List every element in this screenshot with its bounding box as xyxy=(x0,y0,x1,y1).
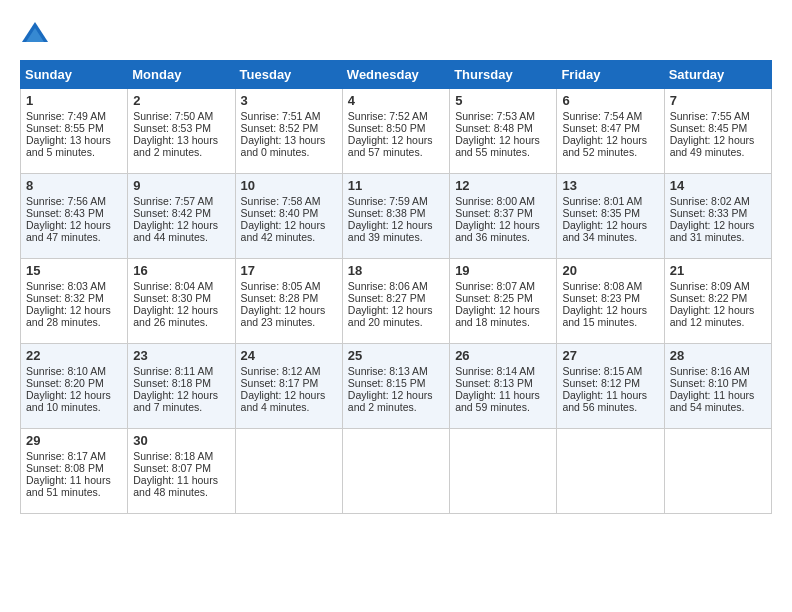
sunset-text: Sunset: 8:17 PM xyxy=(241,377,319,389)
day-number: 16 xyxy=(133,263,229,278)
sunrise-text: Sunrise: 7:56 AM xyxy=(26,195,106,207)
sunset-text: Sunset: 8:47 PM xyxy=(562,122,640,134)
daylight-text: Daylight: 12 hours and 49 minutes. xyxy=(670,134,755,158)
sunset-text: Sunset: 8:30 PM xyxy=(133,292,211,304)
day-number: 21 xyxy=(670,263,766,278)
daylight-text: Daylight: 12 hours and 39 minutes. xyxy=(348,219,433,243)
daylight-text: Daylight: 12 hours and 28 minutes. xyxy=(26,304,111,328)
daylight-text: Daylight: 12 hours and 31 minutes. xyxy=(670,219,755,243)
calendar-week-row: 22Sunrise: 8:10 AMSunset: 8:20 PMDayligh… xyxy=(21,344,772,429)
calendar-cell: 7Sunrise: 7:55 AMSunset: 8:45 PMDaylight… xyxy=(664,89,771,174)
calendar-cell: 24Sunrise: 8:12 AMSunset: 8:17 PMDayligh… xyxy=(235,344,342,429)
sunrise-text: Sunrise: 7:58 AM xyxy=(241,195,321,207)
day-number: 30 xyxy=(133,433,229,448)
sunset-text: Sunset: 8:40 PM xyxy=(241,207,319,219)
day-number: 6 xyxy=(562,93,658,108)
sunset-text: Sunset: 8:33 PM xyxy=(670,207,748,219)
calendar-cell: 27Sunrise: 8:15 AMSunset: 8:12 PMDayligh… xyxy=(557,344,664,429)
calendar-cell: 29Sunrise: 8:17 AMSunset: 8:08 PMDayligh… xyxy=(21,429,128,514)
daylight-text: Daylight: 12 hours and 47 minutes. xyxy=(26,219,111,243)
daylight-text: Daylight: 12 hours and 4 minutes. xyxy=(241,389,326,413)
page-header xyxy=(20,20,772,50)
sunrise-text: Sunrise: 7:55 AM xyxy=(670,110,750,122)
calendar-cell: 22Sunrise: 8:10 AMSunset: 8:20 PMDayligh… xyxy=(21,344,128,429)
sunrise-text: Sunrise: 8:07 AM xyxy=(455,280,535,292)
sunrise-text: Sunrise: 7:49 AM xyxy=(26,110,106,122)
daylight-text: Daylight: 11 hours and 59 minutes. xyxy=(455,389,540,413)
sunrise-text: Sunrise: 8:14 AM xyxy=(455,365,535,377)
daylight-text: Daylight: 12 hours and 20 minutes. xyxy=(348,304,433,328)
sunrise-text: Sunrise: 8:09 AM xyxy=(670,280,750,292)
calendar-cell: 8Sunrise: 7:56 AMSunset: 8:43 PMDaylight… xyxy=(21,174,128,259)
day-number: 8 xyxy=(26,178,122,193)
weekday-header-sunday: Sunday xyxy=(21,61,128,89)
weekday-header-monday: Monday xyxy=(128,61,235,89)
sunrise-text: Sunrise: 8:10 AM xyxy=(26,365,106,377)
weekday-header-friday: Friday xyxy=(557,61,664,89)
sunset-text: Sunset: 8:48 PM xyxy=(455,122,533,134)
daylight-text: Daylight: 12 hours and 44 minutes. xyxy=(133,219,218,243)
day-number: 5 xyxy=(455,93,551,108)
day-number: 27 xyxy=(562,348,658,363)
day-number: 3 xyxy=(241,93,337,108)
calendar-cell: 10Sunrise: 7:58 AMSunset: 8:40 PMDayligh… xyxy=(235,174,342,259)
daylight-text: Daylight: 12 hours and 23 minutes. xyxy=(241,304,326,328)
sunset-text: Sunset: 8:15 PM xyxy=(348,377,426,389)
sunset-text: Sunset: 8:50 PM xyxy=(348,122,426,134)
daylight-text: Daylight: 13 hours and 5 minutes. xyxy=(26,134,111,158)
day-number: 12 xyxy=(455,178,551,193)
daylight-text: Daylight: 12 hours and 2 minutes. xyxy=(348,389,433,413)
sunrise-text: Sunrise: 7:54 AM xyxy=(562,110,642,122)
calendar-cell: 12Sunrise: 8:00 AMSunset: 8:37 PMDayligh… xyxy=(450,174,557,259)
sunset-text: Sunset: 8:38 PM xyxy=(348,207,426,219)
sunset-text: Sunset: 8:45 PM xyxy=(670,122,748,134)
calendar-cell: 6Sunrise: 7:54 AMSunset: 8:47 PMDaylight… xyxy=(557,89,664,174)
calendar-cell xyxy=(557,429,664,514)
sunset-text: Sunset: 8:25 PM xyxy=(455,292,533,304)
calendar-cell xyxy=(235,429,342,514)
sunrise-text: Sunrise: 8:17 AM xyxy=(26,450,106,462)
day-number: 24 xyxy=(241,348,337,363)
sunset-text: Sunset: 8:55 PM xyxy=(26,122,104,134)
calendar-cell: 18Sunrise: 8:06 AMSunset: 8:27 PMDayligh… xyxy=(342,259,449,344)
daylight-text: Daylight: 11 hours and 51 minutes. xyxy=(26,474,111,498)
day-number: 26 xyxy=(455,348,551,363)
calendar-cell: 19Sunrise: 8:07 AMSunset: 8:25 PMDayligh… xyxy=(450,259,557,344)
calendar-cell: 4Sunrise: 7:52 AMSunset: 8:50 PMDaylight… xyxy=(342,89,449,174)
day-number: 13 xyxy=(562,178,658,193)
sunrise-text: Sunrise: 7:52 AM xyxy=(348,110,428,122)
weekday-header-row: SundayMondayTuesdayWednesdayThursdayFrid… xyxy=(21,61,772,89)
daylight-text: Daylight: 12 hours and 10 minutes. xyxy=(26,389,111,413)
sunrise-text: Sunrise: 8:00 AM xyxy=(455,195,535,207)
calendar-week-row: 15Sunrise: 8:03 AMSunset: 8:32 PMDayligh… xyxy=(21,259,772,344)
day-number: 9 xyxy=(133,178,229,193)
sunset-text: Sunset: 8:28 PM xyxy=(241,292,319,304)
sunrise-text: Sunrise: 7:59 AM xyxy=(348,195,428,207)
sunset-text: Sunset: 8:53 PM xyxy=(133,122,211,134)
sunset-text: Sunset: 8:12 PM xyxy=(562,377,640,389)
day-number: 18 xyxy=(348,263,444,278)
sunset-text: Sunset: 8:08 PM xyxy=(26,462,104,474)
calendar-cell: 9Sunrise: 7:57 AMSunset: 8:42 PMDaylight… xyxy=(128,174,235,259)
sunrise-text: Sunrise: 7:53 AM xyxy=(455,110,535,122)
sunrise-text: Sunrise: 8:06 AM xyxy=(348,280,428,292)
sunset-text: Sunset: 8:52 PM xyxy=(241,122,319,134)
sunset-text: Sunset: 8:27 PM xyxy=(348,292,426,304)
sunset-text: Sunset: 8:22 PM xyxy=(670,292,748,304)
weekday-header-tuesday: Tuesday xyxy=(235,61,342,89)
daylight-text: Daylight: 13 hours and 0 minutes. xyxy=(241,134,326,158)
daylight-text: Daylight: 12 hours and 57 minutes. xyxy=(348,134,433,158)
weekday-header-wednesday: Wednesday xyxy=(342,61,449,89)
calendar-cell: 23Sunrise: 8:11 AMSunset: 8:18 PMDayligh… xyxy=(128,344,235,429)
day-number: 22 xyxy=(26,348,122,363)
daylight-text: Daylight: 12 hours and 7 minutes. xyxy=(133,389,218,413)
calendar-cell: 20Sunrise: 8:08 AMSunset: 8:23 PMDayligh… xyxy=(557,259,664,344)
daylight-text: Daylight: 12 hours and 52 minutes. xyxy=(562,134,647,158)
daylight-text: Daylight: 12 hours and 18 minutes. xyxy=(455,304,540,328)
day-number: 20 xyxy=(562,263,658,278)
calendar-week-row: 29Sunrise: 8:17 AMSunset: 8:08 PMDayligh… xyxy=(21,429,772,514)
daylight-text: Daylight: 12 hours and 34 minutes. xyxy=(562,219,647,243)
day-number: 19 xyxy=(455,263,551,278)
day-number: 17 xyxy=(241,263,337,278)
day-number: 7 xyxy=(670,93,766,108)
